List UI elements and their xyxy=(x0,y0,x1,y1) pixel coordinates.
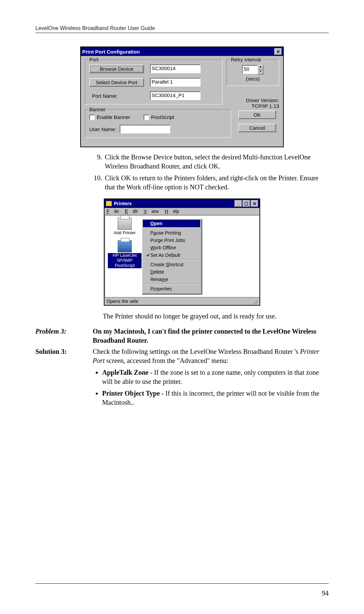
problem-text: On my Macintosh, I can't find the printe… xyxy=(93,327,329,345)
select-device-port-button[interactable]: Select Device Port xyxy=(89,78,144,87)
browse-device-field[interactable]: SC300014 xyxy=(150,64,201,73)
instruction-item: 9. Click the Browse Device button, selec… xyxy=(89,153,329,171)
postscript-checkbox[interactable]: PostScript xyxy=(144,114,174,120)
statusbar: Opens the sele xyxy=(104,297,260,305)
cm-purge[interactable]: Purge Print Jobs xyxy=(143,237,200,244)
bullet-item: Printer Object Type - If this is incorre… xyxy=(102,389,329,407)
printer-icon[interactable] xyxy=(118,240,132,252)
cm-set-default[interactable]: ✔Set As Default xyxy=(143,251,200,259)
retry-legend: Retry Interval xyxy=(230,57,262,62)
solution-label: Solution 3: xyxy=(35,347,93,410)
problem-row: Problem 3: On my Macintosh, I can't find… xyxy=(35,327,329,345)
retry-spinner[interactable]: 50 ▲ ▼ xyxy=(242,65,264,74)
page-number: 94 xyxy=(322,589,329,597)
checkbox-icon xyxy=(144,115,149,120)
instruction-item: 10. Click OK to return to the Printers f… xyxy=(89,174,329,192)
close-icon[interactable]: ✕ xyxy=(274,48,282,55)
resize-grip-icon[interactable] xyxy=(252,299,257,304)
print-port-config-dialog: Print Port Configuration ✕ Port Browse D… xyxy=(80,47,284,147)
menu-help[interactable]: Help xyxy=(165,209,179,214)
maximize-icon[interactable]: ☐ xyxy=(243,200,250,207)
retry-unit: (secs) xyxy=(231,76,275,82)
enable-banner-checkbox[interactable]: Enable Banner xyxy=(89,114,130,120)
add-printer-icon[interactable] xyxy=(118,218,132,230)
selected-printer-label: HP LaserJet 5P/5MP PostScript xyxy=(108,253,142,268)
printers-client-area[interactable]: Add Printer HP LaserJet 5P/5MP PostScrip… xyxy=(105,215,259,297)
cm-properties[interactable]: Properties xyxy=(143,285,200,293)
instruction-list: 9. Click the Browse Device button, selec… xyxy=(89,153,329,192)
problem-label: Problem 3: xyxy=(35,327,93,345)
port-legend: Port xyxy=(88,57,100,62)
printers-folder-icon xyxy=(106,201,112,206)
cancel-button[interactable]: Cancel xyxy=(238,124,276,132)
menu-file[interactable]: File xyxy=(107,209,119,214)
driver-version: Driver Version: TCP/IP 1.13 xyxy=(226,97,279,109)
solution-content: Check the following settings on the Leve… xyxy=(93,347,329,410)
cm-delete[interactable]: Delete xyxy=(143,268,200,276)
menu-view[interactable]: View xyxy=(144,209,159,214)
after-paragraph: The Printer should no longer be grayed o… xyxy=(103,312,329,321)
browse-device-button[interactable]: Browse Device xyxy=(89,65,144,73)
bullet-item: AppleTalk Zone - If the zone is set to a… xyxy=(102,368,329,386)
retry-value[interactable]: 50 xyxy=(242,65,257,74)
printers-window: Printers _ ☐ ✕ File Edit View Help Add P… xyxy=(104,198,260,306)
context-menu[interactable]: Open Pause Printing Purge Print Jobs Wor… xyxy=(142,218,202,294)
minimize-icon[interactable]: _ xyxy=(235,200,242,207)
spin-up-icon[interactable]: ▲ xyxy=(257,65,264,70)
add-printer-label: Add Printer xyxy=(108,231,142,236)
cm-pause[interactable]: Pause Printing xyxy=(143,229,200,237)
cm-work-offline[interactable]: Work Offline xyxy=(143,244,200,251)
port-groupbox: Port Browse Device SC300014 Select Devic… xyxy=(85,59,222,104)
ok-button[interactable]: OK xyxy=(238,111,276,119)
solution-bullets: AppleTalk Zone - If the zone is set to a… xyxy=(93,368,329,407)
retry-interval-groupbox: Retry Interval 50 ▲ ▼ (secs) xyxy=(226,59,279,86)
user-name-field[interactable] xyxy=(120,125,170,133)
banner-groupbox: Banner Enable Banner PostScript xyxy=(85,109,231,138)
select-device-port-field[interactable]: Parallel 1 xyxy=(150,78,201,87)
cm-open[interactable]: Open xyxy=(143,220,200,227)
port-name-label: Port Name: xyxy=(89,93,147,99)
printers-titlebar[interactable]: Printers _ ☐ ✕ xyxy=(104,199,260,208)
checkbox-icon xyxy=(89,115,95,120)
user-name-label: User Name: xyxy=(89,126,116,132)
banner-legend: Banner xyxy=(88,106,107,112)
solution-row: Solution 3: Check the following settings… xyxy=(35,347,329,410)
printers-title: Printers xyxy=(114,201,132,206)
page-header: LevelOne Wireless Broadband Router User … xyxy=(35,25,329,31)
port-name-field[interactable]: SC300014_P1 xyxy=(150,91,201,100)
footer-rule xyxy=(35,583,329,584)
spin-down-icon[interactable]: ▼ xyxy=(257,70,264,74)
dialog-titlebar[interactable]: Print Port Configuration ✕ xyxy=(81,47,283,56)
cm-create-shortcut[interactable]: Create Shortcut xyxy=(143,261,200,268)
menubar[interactable]: File Edit View Help xyxy=(104,208,260,215)
dialog-title: Print Port Configuration xyxy=(82,49,140,55)
status-text: Opens the sele xyxy=(107,299,138,304)
header-rule xyxy=(35,33,329,33)
cm-rename[interactable]: Rename xyxy=(143,276,200,283)
menu-edit[interactable]: Edit xyxy=(125,209,138,214)
close-icon[interactable]: ✕ xyxy=(251,200,258,207)
